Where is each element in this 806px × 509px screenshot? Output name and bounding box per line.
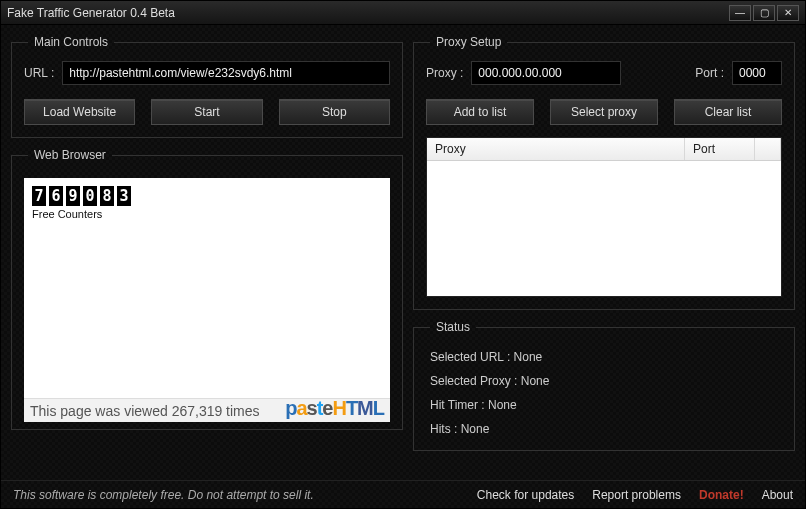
url-label: URL : [24,66,54,80]
status-selected-url: Selected URL : None [430,350,778,364]
main-controls-legend: Main Controls [28,35,114,49]
status-hit-timer: Hit Timer : None [430,398,778,412]
add-to-list-button[interactable]: Add to list [426,99,534,125]
proxy-list-header: Proxy Port [427,138,781,161]
web-browser-panel: Web Browser 769083 Free Counters This pa… [11,148,403,430]
status-panel: Status Selected URL : None Selected Prox… [413,320,795,451]
hit-counter: 769083 Free Counters [32,186,390,220]
close-button[interactable]: ✕ [777,5,799,21]
embedded-browser[interactable]: 769083 Free Counters This page was viewe… [24,178,390,422]
status-selected-proxy: Selected Proxy : None [430,374,778,388]
start-button[interactable]: Start [151,99,262,125]
col-proxy[interactable]: Proxy [427,138,685,160]
window-title: Fake Traffic Generator 0.4 Beta [7,6,729,20]
counter-digit: 7 [32,186,46,206]
counter-digit: 9 [66,186,80,206]
status-legend: Status [430,320,476,334]
counter-digit: 0 [83,186,97,206]
counter-digit: 6 [49,186,63,206]
status-hits: Hits : None [430,422,778,436]
stop-button[interactable]: Stop [279,99,390,125]
port-label: Port : [695,66,724,80]
col-port[interactable]: Port [685,138,755,160]
web-browser-legend: Web Browser [28,148,112,162]
proxy-label: Proxy : [426,66,463,80]
report-problems-link[interactable]: Report problems [592,488,681,502]
check-updates-link[interactable]: Check for updates [477,488,574,502]
browser-status-text: This page was viewed 267,319 times [30,403,260,419]
title-bar[interactable]: Fake Traffic Generator 0.4 Beta — ▢ ✕ [1,1,805,25]
port-input[interactable] [732,61,782,85]
maximize-button[interactable]: ▢ [753,5,775,21]
proxy-input[interactable] [471,61,621,85]
proxy-setup-panel: Proxy Setup Proxy : Port : Add to list S… [413,35,795,310]
main-controls-panel: Main Controls URL : Load Website Start S… [11,35,403,138]
counter-digit: 8 [100,186,114,206]
minimize-button[interactable]: — [729,5,751,21]
donate-link[interactable]: Donate! [699,488,744,502]
about-link[interactable]: About [762,488,793,502]
clear-list-button[interactable]: Clear list [674,99,782,125]
app-window: Fake Traffic Generator 0.4 Beta — ▢ ✕ Ma… [0,0,806,509]
pastehtml-logo: pasteHTML [285,397,384,420]
footer-bar: This software is completely free. Do not… [1,480,805,508]
url-input[interactable] [62,61,390,85]
proxy-list[interactable]: Proxy Port [426,137,782,297]
counter-digit: 3 [117,186,131,206]
footer-note: This software is completely free. Do not… [13,488,459,502]
load-website-button[interactable]: Load Website [24,99,135,125]
select-proxy-button[interactable]: Select proxy [550,99,658,125]
counter-caption: Free Counters [32,208,390,220]
proxy-setup-legend: Proxy Setup [430,35,507,49]
col-spacer [755,138,781,160]
